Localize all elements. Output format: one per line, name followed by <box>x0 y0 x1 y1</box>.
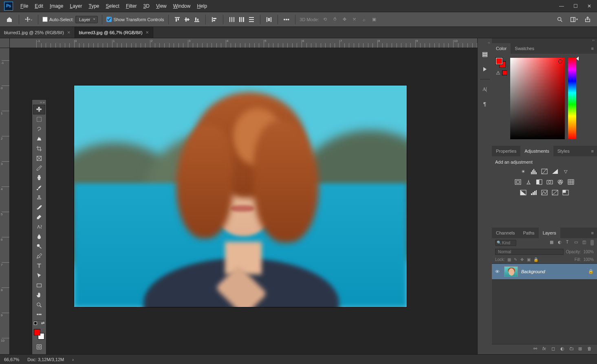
canvas[interactable]: ››× <box>10 48 477 354</box>
quick-selection-tool[interactable] <box>33 134 45 144</box>
minimize-button[interactable]: — <box>555 1 568 11</box>
brightness-contrast-icon[interactable]: ☀ <box>520 168 527 175</box>
panel-menu-icon[interactable]: ≡ <box>588 149 597 153</box>
history-brush-tool[interactable] <box>33 202 45 212</box>
move-tool[interactable] <box>33 105 45 114</box>
lock-pixels-icon[interactable]: ✎ <box>514 257 519 262</box>
vertical-ruler[interactable]: -101234567891011 <box>0 48 10 354</box>
document-size[interactable]: Doc: 3,12M/3,12M <box>27 357 64 362</box>
close-icon[interactable]: × <box>67 29 70 35</box>
crop-tool[interactable] <box>33 144 45 153</box>
lock-position-icon[interactable]: ✥ <box>520 257 525 262</box>
menu-window[interactable]: Window <box>170 3 194 9</box>
menu-select[interactable]: Select <box>103 3 123 9</box>
quick-mask-icon[interactable] <box>33 342 45 352</box>
menu-view[interactable]: View <box>153 3 170 9</box>
paragraph-panel-icon[interactable]: ¶ <box>480 99 490 109</box>
filter-adjustment-icon[interactable]: ◐ <box>558 240 564 246</box>
eyedropper-tool[interactable] <box>33 163 45 173</box>
default-colors-icon[interactable] <box>34 322 37 325</box>
hue-slider[interactable] <box>568 58 576 139</box>
align-left-icon[interactable] <box>210 15 219 24</box>
close-icon[interactable]: × <box>146 29 149 35</box>
nearest-color-swatch[interactable] <box>502 70 507 75</box>
lock-artboard-icon[interactable]: ▣ <box>527 257 532 262</box>
threshold-icon[interactable] <box>541 189 548 196</box>
menu-filter[interactable]: Filter <box>123 3 140 9</box>
tab-styles[interactable]: Styles <box>553 146 574 156</box>
color-swatch-pair[interactable] <box>496 58 506 68</box>
maximize-button[interactable]: ☐ <box>569 1 582 11</box>
selective-color-icon[interactable] <box>562 189 569 196</box>
layer-style-icon[interactable]: fx <box>542 346 549 353</box>
share-icon[interactable] <box>582 14 593 25</box>
type-tool[interactable] <box>33 261 45 271</box>
layer-name[interactable]: Background <box>521 269 545 274</box>
layer-mask-icon[interactable]: ◻ <box>551 346 558 353</box>
visibility-icon[interactable]: 👁 <box>495 269 501 274</box>
hand-tool[interactable] <box>33 290 45 300</box>
align-vcenter-icon[interactable] <box>183 15 192 24</box>
menu-edit[interactable]: Edit <box>31 3 46 9</box>
show-transform-checkbox[interactable]: Show Transform Controls <box>106 17 164 22</box>
brush-tool[interactable] <box>33 183 45 193</box>
layer-thumbnail[interactable] <box>504 266 518 277</box>
fill-value[interactable]: 100% <box>583 257 594 262</box>
filter-shape-icon[interactable]: ▭ <box>574 240 580 246</box>
lock-transparency-icon[interactable]: ▦ <box>507 257 512 262</box>
history-panel-icon[interactable] <box>480 50 490 59</box>
tab-properties[interactable]: Properties <box>492 146 520 156</box>
more-options-icon[interactable]: ••• <box>282 16 291 23</box>
edit-toolbar-icon[interactable]: ••• <box>33 310 45 320</box>
levels-icon[interactable] <box>530 168 538 175</box>
posterize-icon[interactable] <box>530 189 538 196</box>
foreground-background-colors[interactable] <box>33 328 45 340</box>
opacity-value[interactable]: 100% <box>583 250 594 254</box>
tab-layers[interactable]: Layers <box>539 228 560 238</box>
menu-3d[interactable]: 3D <box>140 3 153 9</box>
tab-paths[interactable]: Paths <box>519 228 538 238</box>
filter-toggle-icon[interactable] <box>590 240 594 246</box>
panel-menu-icon[interactable]: ≡ <box>588 46 597 51</box>
tab-swatches[interactable]: Swatches <box>511 43 538 54</box>
rectangle-tool[interactable] <box>33 281 45 290</box>
lasso-tool[interactable] <box>33 124 45 134</box>
zoom-tool[interactable] <box>33 300 45 310</box>
clone-stamp-tool[interactable] <box>33 193 45 202</box>
curves-icon[interactable] <box>541 168 548 175</box>
invert-icon[interactable] <box>520 189 527 196</box>
zoom-level[interactable]: 66,67% <box>4 357 19 362</box>
lock-all-icon[interactable]: 🔒 <box>533 257 538 262</box>
distribute-4-icon[interactable] <box>264 15 273 24</box>
tab-adjustments[interactable]: Adjustments <box>520 146 553 156</box>
document-tab-2[interactable]: blurred3.jpg @ 66,7% (RGB/8#) × <box>75 27 154 38</box>
menu-image[interactable]: Image <box>46 3 66 9</box>
adjustment-layer-icon[interactable]: ◐ <box>560 346 567 353</box>
ruler-origin[interactable] <box>0 38 10 48</box>
exposure-icon[interactable] <box>551 168 559 175</box>
path-selection-tool[interactable] <box>33 271 45 281</box>
pen-tool[interactable] <box>33 251 45 261</box>
dodge-tool[interactable] <box>33 241 45 251</box>
group-icon[interactable]: 🗀 <box>569 346 576 353</box>
home-icon[interactable] <box>4 14 15 25</box>
layers-empty-area[interactable] <box>492 280 597 344</box>
black-white-icon[interactable] <box>535 178 543 186</box>
hue-saturation-icon[interactable] <box>514 178 522 186</box>
panel-menu-icon[interactable]: ≡ <box>588 230 597 235</box>
horizontal-ruler[interactable]: -1012345678910 <box>10 38 477 48</box>
filter-type-icon[interactable]: T <box>566 240 572 246</box>
gradient-map-icon[interactable] <box>551 189 559 196</box>
color-lookup-icon[interactable] <box>567 178 575 186</box>
menu-type[interactable]: Type <box>85 3 102 9</box>
swap-colors-icon[interactable]: ⇄ <box>41 321 44 325</box>
workspace-switcher-icon[interactable]: ▾ <box>568 14 579 25</box>
screen-mode-icon[interactable] <box>33 352 45 354</box>
new-layer-icon[interactable]: ⊞ <box>578 346 585 353</box>
filter-smart-icon[interactable]: ◫ <box>582 240 588 246</box>
menu-layer[interactable]: Layer <box>66 3 85 9</box>
status-flyout-icon[interactable]: › <box>72 357 74 362</box>
tab-color[interactable]: Color <box>492 43 511 54</box>
auto-select-checkbox[interactable]: Auto-Select: <box>42 17 74 22</box>
photo-filter-icon[interactable] <box>546 178 553 186</box>
